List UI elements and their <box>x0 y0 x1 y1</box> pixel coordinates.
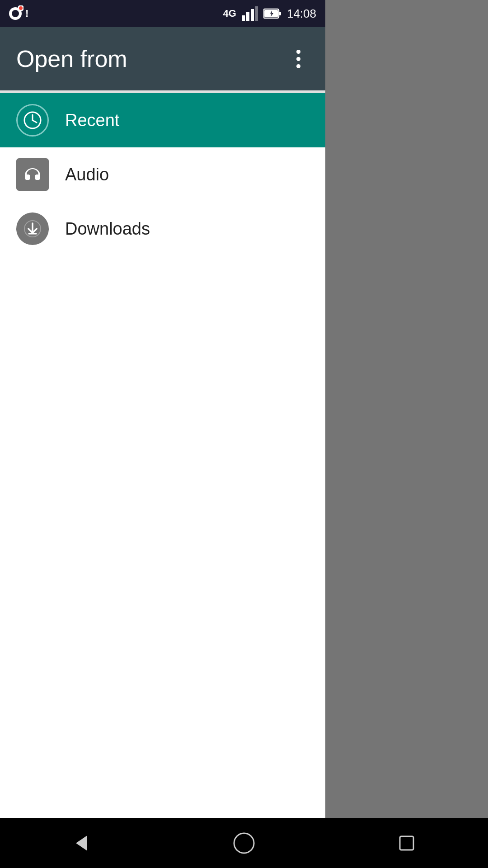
page-title: Open from <box>16 45 127 72</box>
more-options-button[interactable] <box>287 41 309 77</box>
svg-marker-19 <box>76 835 87 851</box>
audio-label: Audio <box>65 165 109 184</box>
recents-icon <box>395 832 418 854</box>
svg-rect-6 <box>251 9 254 21</box>
svg-rect-21 <box>400 836 413 850</box>
drawer-panel: Open from Recent Audio <box>0 27 325 868</box>
recents-button[interactable] <box>380 825 434 861</box>
audio-icon <box>23 165 42 184</box>
home-icon <box>232 831 257 856</box>
downloads-label: Downloads <box>65 219 150 239</box>
carrier-label: ! <box>25 8 28 19</box>
svg-rect-9 <box>279 12 281 15</box>
svg-rect-7 <box>255 6 258 21</box>
network-type-label: 4G <box>223 8 236 19</box>
sidebar-item-audio[interactable]: Audio <box>0 147 325 202</box>
svg-point-20 <box>234 833 254 853</box>
audio-icon-wrapper <box>16 158 49 191</box>
svg-point-1 <box>12 10 19 17</box>
clock-label: 14:08 <box>287 7 316 21</box>
download-icon <box>23 219 42 239</box>
sidebar-item-recent[interactable]: Recent <box>0 93 325 147</box>
back-icon <box>69 831 94 856</box>
overlay-panel <box>325 27 488 868</box>
home-button[interactable] <box>217 825 271 861</box>
svg-point-3 <box>19 6 23 10</box>
clock-icon-wrapper <box>16 104 49 137</box>
drawer-header: Open from <box>0 27 325 90</box>
sidebar-item-downloads[interactable]: Downloads <box>0 202 325 256</box>
download-icon-wrapper <box>16 212 49 245</box>
battery-icon <box>263 7 282 20</box>
status-icons-group: 4G 14:08 <box>223 6 316 21</box>
svg-rect-5 <box>246 12 249 21</box>
svg-rect-4 <box>242 15 245 21</box>
signal-icon <box>242 6 258 21</box>
back-button[interactable] <box>54 825 108 861</box>
clock-icon <box>23 110 42 130</box>
svg-line-14 <box>33 120 37 123</box>
recent-label: Recent <box>65 111 119 130</box>
bottom-nav-bar <box>0 818 488 868</box>
notification-icon <box>7 5 23 22</box>
status-bar: ! 4G 14:08 <box>0 0 325 27</box>
